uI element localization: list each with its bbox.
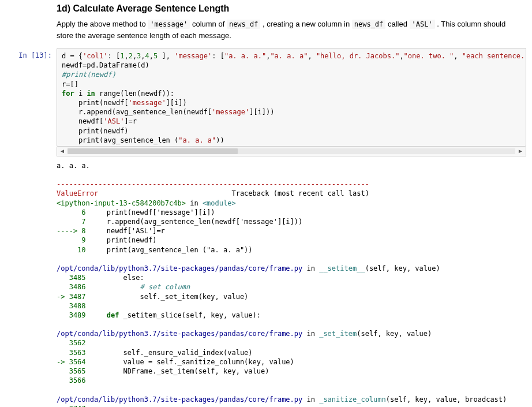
- code-input[interactable]: d = {'col1': [1,2,3,4,5 ], 'message': ["…: [57, 48, 526, 147]
- inline-code-asl: 'ASL': [410, 20, 435, 29]
- stdout-line: a. a. a.: [57, 162, 90, 170]
- inline-code-message: 'message': [148, 20, 190, 29]
- scroll-track[interactable]: [68, 148, 515, 154]
- horizontal-scrollbar[interactable]: ◄ ►: [57, 147, 526, 156]
- inline-code-newsdf-2: news_df: [352, 20, 386, 29]
- output-area: a. a. a. -------------------------------…: [57, 161, 526, 407]
- scroll-thumb[interactable]: [68, 148, 238, 154]
- input-prompt: In [13]:: [0, 48, 57, 147]
- notebook: 1d) Calculate Average Sentence Length Ap…: [0, 3, 532, 407]
- inline-code-newsdf-1: news_df: [227, 20, 261, 29]
- traceback-divider: ----------------------------------------…: [57, 180, 369, 188]
- markdown-cell: 1d) Calculate Average Sentence Length Ap…: [57, 3, 532, 41]
- section-heading: 1d) Calculate Average Sentence Length: [57, 3, 520, 14]
- code-cell: In [13]: d = {'col1': [1,2,3,4,5 ], 'mes…: [0, 48, 532, 147]
- error-name: ValueError: [57, 189, 98, 197]
- scroll-left-arrow[interactable]: ◄: [57, 148, 68, 154]
- scroll-right-arrow[interactable]: ►: [515, 148, 526, 154]
- section-description: Apply the above method to 'message' colu…: [57, 18, 520, 41]
